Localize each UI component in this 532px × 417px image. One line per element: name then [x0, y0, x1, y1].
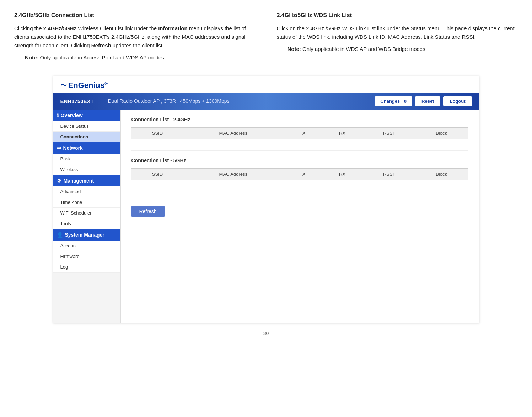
sidebar-item-log[interactable]: Log: [53, 262, 120, 273]
sidebar-item-wifi-scheduler[interactable]: WiFi Scheduler: [53, 208, 120, 218]
network-icon: ⇌: [57, 145, 61, 151]
router-main: ℹ Overview Device Status Connections ⇌ N…: [53, 110, 479, 323]
gear-icon: ⚙: [57, 178, 61, 184]
table-row: [131, 139, 468, 150]
sidebar-item-tools[interactable]: Tools: [53, 218, 120, 229]
left-heading: 2.4GHz/5GHz Connection List: [14, 11, 256, 20]
table-row: [131, 180, 468, 191]
col-ssid-24: SSID: [131, 127, 184, 139]
refresh-button[interactable]: Refresh: [131, 206, 165, 217]
router-banner: ENH1750EXT Dual Radio Outdoor AP , 3T3R …: [53, 93, 479, 110]
col-ssid-5: SSID: [131, 168, 184, 180]
router-logo: 〜 EnGenius®: [60, 81, 108, 90]
sidebar-item-device-status[interactable]: Device Status: [53, 121, 120, 132]
management-header-label: Management: [64, 178, 94, 184]
device-desc: Dual Radio Outdoor AP , 3T3R , 450Mbps +…: [108, 98, 368, 104]
sidebar-section-network: ⇌ Network Basic Wireless: [53, 142, 120, 175]
sidebar-item-connections[interactable]: Connections: [53, 132, 120, 142]
info-icon: ℹ: [57, 112, 59, 118]
col-mac-24: MAC Address: [183, 127, 283, 139]
connection-table-5ghz: SSID MAC Address TX RX RSSI Block: [131, 168, 468, 191]
device-name: ENH1750EXT: [60, 98, 94, 104]
col-tx-5: TX: [283, 168, 322, 180]
banner-buttons: Changes : 0 Reset Logout: [375, 96, 472, 106]
sidebar: ℹ Overview Device Status Connections ⇌ N…: [53, 110, 121, 323]
left-column: 2.4GHz/5GHz Connection List Clicking the…: [14, 11, 256, 65]
sidebar-item-account[interactable]: Account: [53, 241, 120, 251]
col-rx-5: RX: [322, 168, 362, 180]
router-ui: 〜 EnGenius® ENH1750EXT Dual Radio Outdoo…: [53, 76, 479, 323]
connection-section-5ghz: Connection List - 5GHz SSID MAC Address …: [131, 158, 468, 191]
wifi-icon: 〜: [60, 81, 67, 90]
col-block-24: Block: [415, 127, 468, 139]
left-para1: Clicking the 2.4GHz/5GHz Wireless Client…: [14, 24, 256, 50]
reset-button[interactable]: Reset: [415, 96, 440, 106]
col-rx-24: RX: [322, 127, 362, 139]
changes-button[interactable]: Changes : 0: [375, 96, 412, 106]
sidebar-section-overview: ℹ Overview Device Status Connections: [53, 110, 120, 142]
logout-button[interactable]: Logout: [443, 96, 472, 106]
right-heading: 2.4GHz/5GHz WDS Link List: [277, 11, 518, 20]
table1-title: Connection List - 2.4GHz: [131, 117, 468, 124]
sidebar-header-overview[interactable]: ℹ Overview: [53, 110, 120, 121]
overview-header-label: Overview: [61, 112, 83, 118]
col-rssi-5: RSSI: [362, 168, 415, 180]
content-area: Connection List - 2.4GHz SSID MAC Addres…: [121, 110, 479, 323]
sidebar-header-network[interactable]: ⇌ Network: [53, 142, 120, 154]
col-tx-24: TX: [283, 127, 322, 139]
right-note: Note: Only applicable in WDS AP and WDS …: [288, 45, 518, 53]
left-note: Note: Only applicable in Access Point an…: [25, 53, 256, 62]
network-header-label: Network: [63, 145, 83, 151]
connection-section-24ghz: Connection List - 2.4GHz SSID MAC Addres…: [131, 117, 468, 151]
connection-table-24ghz: SSID MAC Address TX RX RSSI Block: [131, 127, 468, 151]
col-mac-5: MAC Address: [183, 168, 283, 180]
logo-text: EnGenius®: [68, 81, 108, 90]
col-rssi-24: RSSI: [362, 127, 415, 139]
col-block-5: Block: [415, 168, 468, 180]
sidebar-section-management: ⚙ Management Advanced Time Zone WiFi Sch…: [53, 175, 120, 229]
sidebar-header-management[interactable]: ⚙ Management: [53, 175, 120, 186]
sidebar-item-basic[interactable]: Basic: [53, 154, 120, 164]
right-para1: Click on the 2.4GHz /5GHz WDS Link List …: [277, 24, 518, 41]
sidebar-header-system[interactable]: 👤 System Manager: [53, 229, 120, 241]
system-header-label: System Manager: [65, 232, 104, 238]
user-icon: 👤: [57, 232, 63, 238]
sidebar-item-advanced[interactable]: Advanced: [53, 186, 120, 197]
right-column: 2.4GHz/5GHz WDS Link List Click on the 2…: [277, 11, 518, 65]
sidebar-item-firmware[interactable]: Firmware: [53, 251, 120, 262]
router-header: 〜 EnGenius®: [53, 76, 479, 93]
sidebar-item-wireless[interactable]: Wireless: [53, 164, 120, 175]
sidebar-item-timezone[interactable]: Time Zone: [53, 197, 120, 208]
page-number: 30: [14, 331, 518, 336]
table2-title: Connection List - 5GHz: [131, 158, 468, 165]
sidebar-section-system: 👤 System Manager Account Firmware Log: [53, 229, 120, 273]
top-content: 2.4GHz/5GHz Connection List Clicking the…: [14, 11, 518, 65]
